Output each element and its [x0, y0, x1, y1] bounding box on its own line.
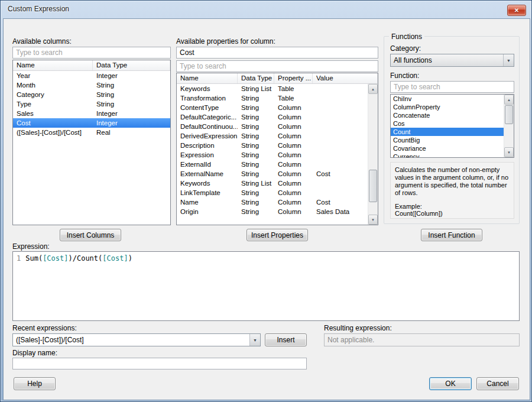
function-list[interactable]: ChiInvColumnPropertyConcatenateCosCountC…	[390, 94, 514, 158]
properties-header-datatype[interactable]: Data Type	[238, 73, 274, 83]
columns-search-input[interactable]	[12, 47, 171, 59]
scroll-up-icon: ▲	[371, 87, 375, 91]
close-button[interactable]: ✕	[507, 5, 526, 16]
expression-line: 1 Sum([Cost])/Count([Cost])	[17, 254, 515, 263]
scroll-up-button[interactable]: ▲	[368, 84, 378, 94]
property-row[interactable]: ExternalIdStringColumn	[177, 160, 368, 169]
property-class-cell: Column	[274, 179, 313, 188]
property-row[interactable]: ExternalNameStringColumnCost	[177, 169, 368, 179]
property-value-cell	[313, 179, 368, 188]
insert-columns-button[interactable]: Insert Columns	[60, 229, 121, 241]
property-name-cell: Keywords	[177, 179, 238, 188]
column-row[interactable]: SalesInteger	[13, 109, 170, 118]
expression-token: [Cost]	[43, 254, 68, 262]
function-item[interactable]: ChiInv	[391, 95, 514, 103]
property-row[interactable]: TransformationStringTable	[177, 93, 368, 103]
property-datatype-cell: String	[238, 207, 274, 216]
property-name-cell: ExternalId	[177, 160, 238, 169]
expression-editor[interactable]: 1 Sum([Cost])/Count([Cost])	[12, 251, 520, 321]
function-item[interactable]: ColumnProperty	[391, 103, 514, 111]
property-datatype-cell: String	[238, 122, 274, 131]
property-row[interactable]: DefaultContinuou...StringColumn	[177, 122, 368, 131]
column-row[interactable]: ([Sales]-[Cost])/[Cost]Real	[13, 128, 170, 137]
scroll-up-icon: ▲	[507, 98, 511, 102]
insert-recent-button[interactable]: Insert	[265, 333, 307, 346]
recent-expressions-combobox[interactable]: ([Sales]-[Cost])/[Cost] ▼	[12, 333, 261, 346]
property-row[interactable]: ContentTypeStringColumn	[177, 103, 368, 112]
property-row[interactable]: LinkTemplateStringColumn	[177, 188, 368, 197]
property-datatype-cell: String List	[238, 84, 274, 93]
property-row[interactable]: NameStringColumnCost	[177, 197, 368, 207]
property-row[interactable]: KeywordsString ListColumn	[177, 179, 368, 188]
function-item[interactable]: CountBig	[391, 136, 514, 144]
available-columns-label: Available columns:	[12, 37, 72, 46]
column-datatype-cell: Integer	[93, 71, 170, 80]
property-datatype-cell: String	[238, 141, 274, 150]
column-name-cell: Month	[13, 80, 93, 90]
example-label: Example:	[395, 203, 510, 210]
property-class-cell: Column	[274, 188, 313, 197]
property-class-cell: Column	[274, 197, 313, 207]
category-dropdown-zone[interactable]: ▼	[503, 54, 514, 66]
column-datatype-cell: String	[93, 99, 170, 109]
property-row[interactable]: OriginStringColumnSales Data	[177, 207, 368, 216]
property-row[interactable]: KeywordsString ListTable	[177, 84, 368, 93]
column-row[interactable]: YearInteger	[13, 71, 170, 80]
properties-search-input[interactable]	[176, 60, 378, 72]
property-value-cell: Sales Data	[313, 207, 368, 216]
title-bar[interactable]: Custom Expression ✕	[1, 1, 531, 18]
column-datatype-cell: Integer	[93, 109, 170, 118]
display-name-input[interactable]	[12, 358, 307, 369]
property-row[interactable]: DerivedExpressionStringColumn	[177, 131, 368, 141]
help-button[interactable]: Help	[14, 377, 56, 390]
properties-header-name[interactable]: Name	[177, 73, 238, 83]
columns-header-datatype[interactable]: Data Type	[93, 60, 170, 70]
column-row[interactable]: CostInteger	[13, 118, 170, 128]
property-class-cell: Column	[274, 141, 313, 150]
recent-dropdown-zone[interactable]: ▼	[249, 334, 260, 346]
functions-groupbox: Functions Category: All functions ▼ Func…	[384, 36, 520, 224]
property-name-cell: LinkTemplate	[177, 188, 238, 197]
insert-properties-button[interactable]: Insert Properties	[246, 229, 308, 241]
property-datatype-cell: String	[238, 103, 274, 112]
property-row[interactable]: ExpressionStringColumn	[177, 150, 368, 160]
property-row[interactable]: DefaultCategoric...StringColumn	[177, 112, 368, 122]
property-row[interactable]: DescriptionStringColumn	[177, 141, 368, 150]
scroll-down-button[interactable]: ▼	[504, 147, 514, 157]
property-name-cell: ContentType	[177, 103, 238, 112]
function-item[interactable]: Concatenate	[391, 111, 514, 119]
function-search-input[interactable]	[390, 81, 514, 93]
property-column-field[interactable]	[176, 47, 378, 59]
property-class-cell: Column	[274, 207, 313, 216]
column-row[interactable]: CategoryString	[13, 90, 170, 99]
scroll-up-button[interactable]: ▲	[504, 95, 514, 105]
columns-header-name[interactable]: Name	[13, 60, 93, 70]
property-name-cell: DefaultContinuou...	[177, 122, 238, 131]
scroll-down-button[interactable]: ▼	[368, 215, 378, 225]
properties-header-value[interactable]: Value	[313, 73, 378, 83]
category-combobox[interactable]: All functions ▼	[390, 54, 514, 67]
columns-table-body: YearIntegerMonthStringCategoryStringType…	[13, 71, 170, 137]
insert-function-button[interactable]: Insert Function	[421, 229, 482, 241]
scrollbar-thumb[interactable]	[369, 170, 377, 202]
function-item[interactable]: Currency	[391, 153, 514, 158]
expression-token: Sum(	[25, 254, 43, 262]
example-value: Count([Column])	[395, 210, 510, 217]
property-name-cell: DefaultCategoric...	[177, 112, 238, 122]
property-value-cell	[313, 103, 368, 112]
scrollbar-thumb[interactable]	[505, 105, 513, 124]
column-row[interactable]: TypeString	[13, 99, 170, 109]
properties-header-propertyclass[interactable]: Property ...	[274, 73, 313, 83]
custom-expression-dialog: Custom Expression ✕ Available columns: N…	[0, 0, 532, 402]
cancel-button[interactable]: Cancel	[476, 377, 519, 390]
function-list-scrollbar[interactable]: ▲ ▼	[504, 95, 514, 157]
property-datatype-cell: String	[238, 188, 274, 197]
function-item[interactable]: Covariance	[391, 144, 514, 153]
property-datatype-cell: String	[238, 112, 274, 122]
function-item[interactable]: Count	[391, 128, 514, 136]
function-item[interactable]: Cos	[391, 119, 514, 128]
column-row[interactable]: MonthString	[13, 80, 170, 90]
property-class-cell: Column	[274, 103, 313, 112]
properties-scrollbar[interactable]: ▲ ▼	[368, 84, 378, 225]
ok-button[interactable]: OK	[429, 377, 472, 390]
